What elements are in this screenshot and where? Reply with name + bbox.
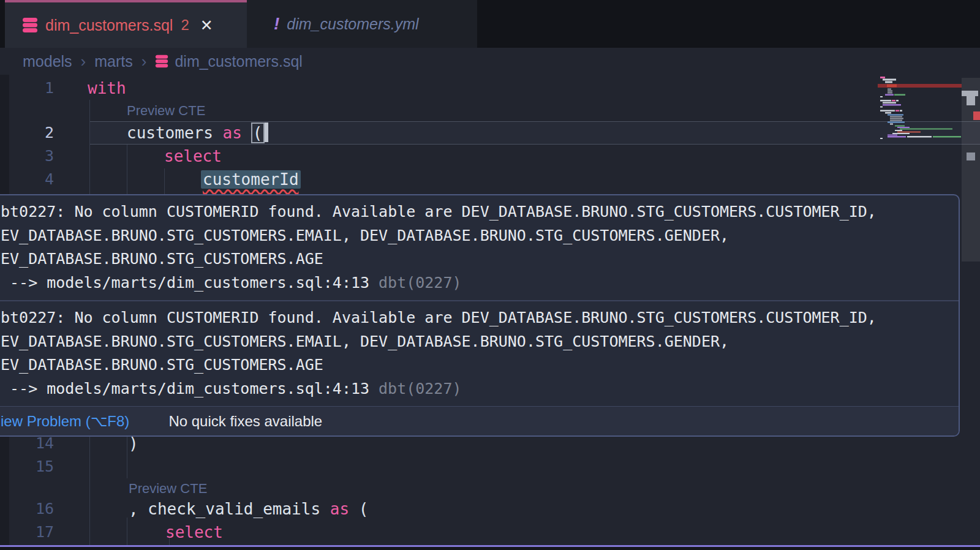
line-number-current: 2	[0, 121, 54, 145]
codelens-preview-cte[interactable]: Preview CTE	[127, 102, 205, 120]
text-cursor	[265, 122, 268, 142]
line-number: 15	[0, 455, 54, 478]
error-text: EV_DATABASE.BRUNO.STG_CUSTOMERS.EMAIL, D…	[1, 330, 949, 354]
code-line-4[interactable]: 4 customerId	[0, 168, 980, 191]
cursor-marker	[962, 91, 978, 96]
vscode-window: dim_customers.sql 2 ✕ ! dim_customers.ym…	[0, 0, 980, 550]
view-problem-link[interactable]: iew Problem (⌥F8)	[1, 413, 129, 430]
dirty-count-badge: 2	[181, 17, 189, 34]
error-underlined-identifier: customerId	[203, 170, 299, 189]
keyword-select: select	[165, 523, 223, 541]
chevron-right-icon: ›	[81, 52, 86, 71]
selected-word-highlight: customerId	[201, 170, 301, 189]
code-line-17[interactable]: 17 select	[0, 521, 980, 544]
database-icon	[155, 55, 168, 68]
line-number: 3	[0, 145, 54, 168]
closing-paren: )	[129, 434, 138, 453]
error-text: bt0227: No column CUSTOMERID found. Avai…	[1, 200, 949, 224]
cursor-marker	[967, 96, 975, 105]
tab-dim-customers-sql[interactable]: dim_customers.sql 2 ✕	[5, 0, 247, 48]
warning-icon: !	[274, 14, 279, 34]
error-location: --> models/marts/dim_customers.sql:4:13	[1, 380, 369, 397]
line-number: 16	[0, 497, 54, 521]
error-hover-popup: bt0227: No column CUSTOMERID found. Avai…	[0, 194, 960, 437]
scrollbar-thumb[interactable]	[962, 78, 980, 262]
tab-label: dim_customers.yml	[287, 15, 418, 33]
error-text: bt0227: No column CUSTOMERID found. Avai…	[1, 306, 949, 330]
error-location: --> models/marts/dim_customers.sql:4:13	[1, 274, 369, 292]
breadcrumb-item-models[interactable]: models	[23, 53, 72, 70]
close-icon[interactable]: ✕	[200, 17, 213, 34]
matched-bracket: (	[251, 122, 265, 143]
tab-dim-customers-yml[interactable]: ! dim_customers.yml	[247, 0, 477, 48]
code-line-16[interactable]: 16 , check_valid_emails as (	[0, 497, 980, 521]
error-text: EV_DATABASE.BRUNO.STG_CUSTOMERS.EMAIL, D…	[1, 224, 949, 248]
error-text: EV_DATABASE.BRUNO.STG_CUSTOMERS.AGE	[1, 353, 949, 377]
database-icon	[22, 17, 38, 33]
error-code: dbt(0227)	[379, 380, 461, 397]
code-line-2[interactable]: 2 customers as(	[0, 121, 980, 145]
error-marker	[973, 111, 980, 120]
scrollbar[interactable]	[962, 75, 980, 545]
no-quick-fixes-label: No quick fixes available	[168, 413, 322, 430]
tab-label: dim_customers.sql	[45, 17, 173, 34]
error-message-block: bt0227: No column CUSTOMERID found. Avai…	[0, 301, 959, 406]
identifier-customers: customers	[127, 124, 223, 142]
line-number: 17	[0, 521, 54, 544]
keyword-as: as	[223, 124, 242, 142]
chevron-right-icon: ›	[141, 52, 147, 71]
minimap[interactable]	[878, 75, 962, 142]
code-line-15[interactable]: 15	[0, 455, 980, 478]
selection-marker	[967, 153, 975, 160]
breadcrumb-item-marts[interactable]: marts	[94, 53, 133, 70]
codelens-preview-cte[interactable]: Preview CTE	[129, 480, 207, 498]
identifier-check-valid-emails: , check_valid_emails	[129, 500, 330, 518]
breadcrumb-item-file[interactable]: dim_customers.sql	[175, 53, 302, 70]
error-message-block: bt0227: No column CUSTOMERID found. Avai…	[0, 195, 959, 300]
line-number: 4	[0, 168, 54, 191]
tab-bar: dim_customers.sql 2 ✕ ! dim_customers.ym…	[0, 0, 980, 48]
error-code: dbt(0227)	[379, 274, 461, 292]
breadcrumb: models › marts › dim_customers.sql	[0, 48, 980, 75]
keyword-select: select	[164, 147, 222, 165]
opening-paren: (	[349, 500, 368, 518]
code-line-3[interactable]: 3 select	[0, 145, 980, 168]
line-number: 1	[0, 77, 54, 100]
keyword-as: as	[330, 500, 349, 518]
window-bottom-border	[0, 545, 980, 547]
code-line-1[interactable]: 1 with	[0, 77, 980, 100]
keyword-with: with	[88, 79, 126, 97]
hover-status-bar: iew Problem (⌥F8) No quick fixes availab…	[0, 406, 959, 435]
error-text: EV_DATABASE.BRUNO.STG_CUSTOMERS.AGE	[1, 247, 949, 271]
